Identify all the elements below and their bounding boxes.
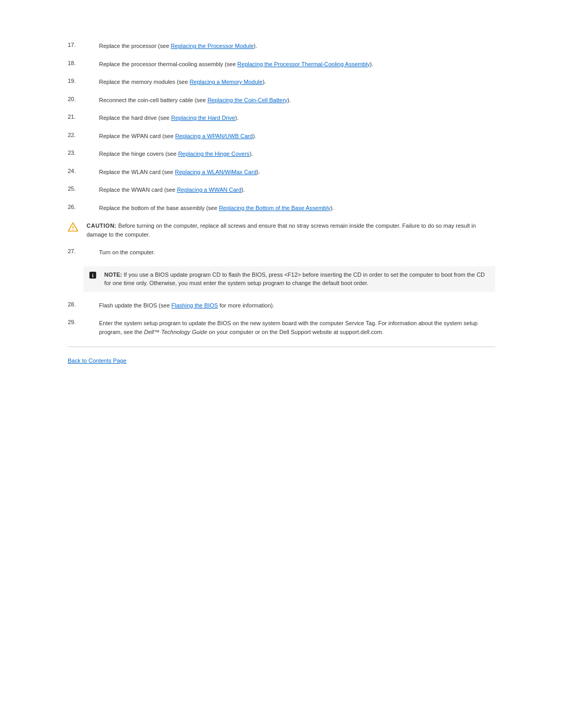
step-20: 20. Reconnect the coin-cell battery cabl… xyxy=(68,96,495,105)
divider xyxy=(68,347,495,347)
step-27-number: 27. xyxy=(68,248,99,254)
step-29-text: Enter the system setup program to update… xyxy=(99,319,495,336)
step-20-text: Reconnect the coin-cell battery cable (s… xyxy=(99,96,291,105)
note-body: If you use a BIOS update program CD to f… xyxy=(104,272,485,287)
step-24: 24. Replace the WLAN card (see Replacing… xyxy=(68,168,495,177)
step-21: 21. Replace the hard drive (see Replacin… xyxy=(68,114,495,122)
step-29: 29. Enter the system setup program to up… xyxy=(68,319,495,336)
step-19-link[interactable]: Replacing a Memory Module xyxy=(190,79,263,85)
caution-text: CAUTION: Before turning on the computer,… xyxy=(87,221,495,239)
step-23-number: 23. xyxy=(68,150,99,156)
note-text: NOTE: If you use a BIOS update program C… xyxy=(104,270,490,288)
step-22-text: Replace the WPAN card (see Replacing a W… xyxy=(99,132,256,141)
step-18-number: 18. xyxy=(68,60,99,66)
step-24-link[interactable]: Replacing a WLAN/WiMax Card xyxy=(175,169,257,175)
note-label: NOTE: xyxy=(104,272,122,278)
step-20-link[interactable]: Replacing the Coin-Cell Battery xyxy=(207,97,287,103)
caution-label: CAUTION: xyxy=(87,223,117,229)
step-26-link[interactable]: Replacing the Bottom of the Base Assembl… xyxy=(219,205,331,211)
step-25-link[interactable]: Replacing a WWAN Card xyxy=(177,187,241,193)
step-23-text: Replace the hinge covers (see Replacing … xyxy=(99,150,253,158)
step-28-text: Flash update the BIOS (see Flashing the … xyxy=(99,301,274,310)
caution-box: CAUTION: Before turning on the computer,… xyxy=(68,221,495,239)
back-link-container: Back to Contents Page xyxy=(68,357,495,364)
step-18-link[interactable]: Replacing the Processor Thermal-Cooling … xyxy=(237,61,370,67)
svg-point-1 xyxy=(72,229,74,230)
note-box: i NOTE: If you use a BIOS update program… xyxy=(83,266,495,292)
step-19: 19. Replace the memory modules (see Repl… xyxy=(68,78,495,87)
step-27: 27. Turn on the computer. xyxy=(68,248,495,257)
steps-list: 17. Replace the processor (see Replacing… xyxy=(68,42,495,212)
step-25-text: Replace the WWAN card (see Replacing a W… xyxy=(99,186,245,194)
step-21-link[interactable]: Replacing the Hard Drive xyxy=(171,115,235,121)
page-container: 17. Replace the processor (see Replacing… xyxy=(47,0,516,395)
step-28-number: 28. xyxy=(68,301,99,307)
step-28: 28. Flash update the BIOS (see Flashing … xyxy=(68,301,495,310)
step-19-number: 19. xyxy=(68,78,99,84)
step-19-text: Replace the memory modules (see Replacin… xyxy=(99,78,266,87)
step-17-number: 17. xyxy=(68,42,99,48)
step-22-link[interactable]: Replacing a WPAN/UWB Card xyxy=(175,133,253,139)
step-24-number: 24. xyxy=(68,168,99,174)
step-17: 17. Replace the processor (see Replacing… xyxy=(68,42,495,51)
step-18: 18. Replace the processor thermal-coolin… xyxy=(68,60,495,69)
step-17-text: Replace the processor (see Replacing the… xyxy=(99,42,257,51)
step-25-number: 25. xyxy=(68,186,99,192)
svg-text:i: i xyxy=(92,273,94,278)
step-23-link[interactable]: Replacing the Hinge Covers xyxy=(178,151,250,157)
back-to-contents-link[interactable]: Back to Contents Page xyxy=(68,357,127,364)
step-24-text: Replace the WLAN card (see Replacing a W… xyxy=(99,168,260,177)
step-26-number: 26. xyxy=(68,204,99,210)
step-29-italic: Dell™ Technology Guide xyxy=(144,329,207,335)
step-28-link[interactable]: Flashing the BIOS xyxy=(172,302,218,309)
step-20-number: 20. xyxy=(68,96,99,102)
step-21-number: 21. xyxy=(68,114,99,120)
step-21-text: Replace the hard drive (see Replacing th… xyxy=(99,114,239,122)
step-22: 22. Replace the WPAN card (see Replacing… xyxy=(68,132,495,141)
step-22-number: 22. xyxy=(68,132,99,138)
caution-body: Before turning on the computer, replace … xyxy=(87,223,476,238)
note-icon: i xyxy=(89,271,100,280)
step-23: 23. Replace the hinge covers (see Replac… xyxy=(68,150,495,158)
step-17-link[interactable]: Replacing the Processor Module xyxy=(171,43,254,49)
step-26: 26. Replace the bottom of the base assem… xyxy=(68,204,495,213)
step-29-number: 29. xyxy=(68,319,99,325)
step-25: 25. Replace the WWAN card (see Replacing… xyxy=(68,186,495,194)
step-18-text: Replace the processor thermal-cooling as… xyxy=(99,60,373,69)
step-27-text: Turn on the computer. xyxy=(99,248,155,257)
step-26-text: Replace the bottom of the base assembly … xyxy=(99,204,334,213)
caution-icon xyxy=(68,222,82,233)
